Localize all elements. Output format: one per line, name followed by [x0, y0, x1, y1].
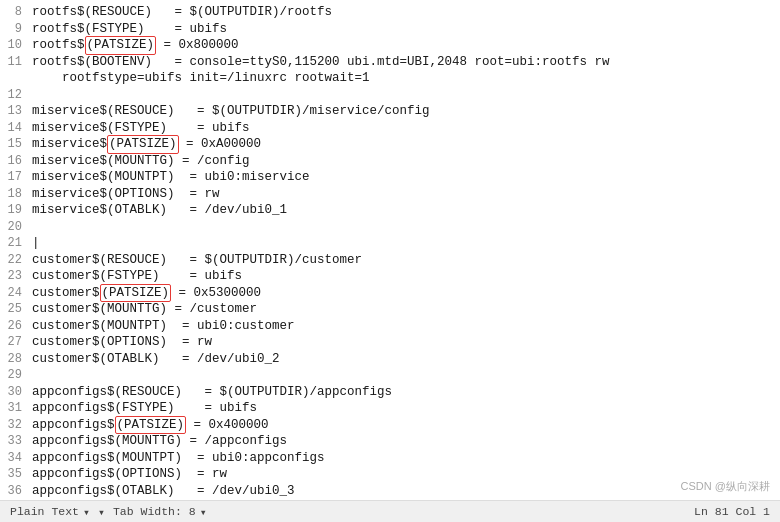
line-number: 27: [4, 334, 22, 351]
code-text: customer$(OTABLK) = /dev/ubi0_2: [32, 351, 280, 368]
code-line: rootfstype=ubifs init=/linuxrc rootwait=…: [32, 70, 776, 87]
code-text: miservice$(RESOUCE) = $(OUTPUTDIR)/miser…: [32, 103, 430, 120]
code-text-after: = 0x5300000: [171, 285, 261, 302]
code-line: |: [32, 235, 776, 252]
code-line: miservice$(OPTIONS) = rw: [32, 186, 776, 203]
code-line: customer$(MOUNTTG) = /customer: [32, 301, 776, 318]
code-text-after: = 0x800000: [156, 37, 239, 54]
line-number: 29: [4, 367, 22, 384]
code-line: [32, 219, 776, 236]
line-number: 22: [4, 252, 22, 269]
code-area: 8910111213141516171819202122232425262728…: [0, 0, 780, 500]
line-number: 20: [4, 219, 22, 236]
code-line: appconfigs$(MOUNTTG) = /appconfigs: [32, 433, 776, 450]
status-right: Ln 81 Col 1: [694, 505, 770, 518]
line-number: 23: [4, 268, 22, 285]
code-line: rootfs$(RESOUCE) = $(OUTPUTDIR)/rootfs: [32, 4, 776, 21]
watermark: CSDN @纵向深耕: [681, 479, 770, 494]
tab-width-label: Tab Width: 8: [113, 505, 196, 518]
line-number: 24: [4, 285, 22, 302]
code-line: appconfigs$(FSTYPE) = ubifs: [32, 400, 776, 417]
plain-text-selector[interactable]: Plain Text ▾: [10, 505, 90, 519]
code-line: miservice$(RESOUCE) = $(OUTPUTDIR)/miser…: [32, 103, 776, 120]
code-line: customer$(OPTIONS) = rw: [32, 334, 776, 351]
line-number: 28: [4, 351, 22, 368]
code-text: appconfigs$(MOUNTPT) = ubi0:appconfigs: [32, 450, 325, 467]
code-line: appconfigs$(RESOUCE) = $(OUTPUTDIR)/appc…: [32, 384, 776, 401]
line-number: 9: [4, 21, 22, 38]
line-number: 8: [4, 4, 22, 21]
code-content[interactable]: rootfs$(RESOUCE) = $(OUTPUTDIR)/rootfsro…: [28, 4, 780, 496]
line-number: 14: [4, 120, 22, 137]
line-number: 10: [4, 37, 22, 54]
code-line: customer$(MOUNTPT) = ubi0:customer: [32, 318, 776, 335]
code-text-before: rootfs$: [32, 37, 85, 54]
line-number: 11: [4, 54, 22, 71]
code-text: appconfigs$(FSTYPE) = ubifs: [32, 400, 257, 417]
code-text: appconfigs$(RESOUCE) = $(OUTPUTDIR)/appc…: [32, 384, 392, 401]
code-line: customer$(OTABLK) = /dev/ubi0_2: [32, 351, 776, 368]
code-text: miservice$(MOUNTPT) = ubi0:miservice: [32, 169, 310, 186]
line-numbers: 8910111213141516171819202122232425262728…: [0, 4, 28, 496]
code-text: rootfs$(FSTYPE) = ubifs: [32, 21, 227, 38]
position-label: Ln 81 Col 1: [694, 505, 770, 518]
line-number: 31: [4, 400, 22, 417]
code-text: miservice$(MOUNTTG) = /config: [32, 153, 250, 170]
code-text: customer$(MOUNTTG) = /customer: [32, 301, 257, 318]
code-text: rootfstype=ubifs init=/linuxrc rootwait=…: [32, 70, 370, 87]
status-bar: Plain Text ▾ ▾ Tab Width: 8 ▾ Ln 81 Col …: [0, 500, 780, 522]
line-number: 35: [4, 466, 22, 483]
code-text-before: miservice$: [32, 136, 107, 153]
status-separator: ▾: [98, 505, 105, 519]
editor-container: 8910111213141516171819202122232425262728…: [0, 0, 780, 522]
highlighted-patsize: (PATSIZE): [85, 36, 157, 55]
highlighted-patsize: (PATSIZE): [115, 416, 187, 435]
code-text: customer$(RESOUCE) = $(OUTPUTDIR)/custom…: [32, 252, 362, 269]
highlighted-patsize: (PATSIZE): [107, 135, 179, 154]
line-number: 30: [4, 384, 22, 401]
line-number: 32: [4, 417, 22, 434]
line-number: 16: [4, 153, 22, 170]
line-number: 15: [4, 136, 22, 153]
status-left: Plain Text ▾ ▾ Tab Width: 8 ▾: [10, 505, 207, 519]
line-number: 19: [4, 202, 22, 219]
line-number: 21: [4, 235, 22, 252]
code-line: rootfs$(BOOTENV) = console=ttyS0,115200 …: [32, 54, 776, 71]
code-line: rootfs$(FSTYPE) = ubifs: [32, 21, 776, 38]
code-line: miservice$(FSTYPE) = ubifs: [32, 120, 776, 137]
code-line: appconfigs$(OPTIONS) = rw: [32, 466, 776, 483]
line-number: 34: [4, 450, 22, 467]
code-text: |: [32, 235, 40, 252]
line-number: 36: [4, 483, 22, 500]
line-number: 12: [4, 87, 22, 104]
code-line: customer$(PATSIZE) = 0x5300000: [32, 285, 776, 302]
code-text: appconfigs$(OPTIONS) = rw: [32, 466, 227, 483]
code-text: miservice$(FSTYPE) = ubifs: [32, 120, 250, 137]
line-number: 26: [4, 318, 22, 335]
code-text-before: appconfigs$: [32, 417, 115, 434]
code-text: customer$(MOUNTPT) = ubi0:customer: [32, 318, 295, 335]
code-text: miservice$(OPTIONS) = rw: [32, 186, 220, 203]
tab-width-selector[interactable]: Tab Width: 8 ▾: [113, 505, 207, 519]
code-line: miservice$(PATSIZE) = 0xA00000: [32, 136, 776, 153]
line-number: 17: [4, 169, 22, 186]
code-line: customer$(FSTYPE) = ubifs: [32, 268, 776, 285]
plain-text-arrow: ▾: [83, 505, 90, 519]
code-text: customer$(FSTYPE) = ubifs: [32, 268, 242, 285]
highlighted-patsize: (PATSIZE): [100, 284, 172, 303]
line-number: [4, 70, 22, 87]
code-text-after: = 0xA00000: [179, 136, 262, 153]
code-line: miservice$(OTABLK) = /dev/ubi0_1: [32, 202, 776, 219]
line-number: 33: [4, 433, 22, 450]
code-text: rootfs$(RESOUCE) = $(OUTPUTDIR)/rootfs: [32, 4, 332, 21]
code-line: [32, 367, 776, 384]
code-text-after: = 0x400000: [186, 417, 269, 434]
tab-width-arrow: ▾: [200, 505, 207, 519]
code-line: appconfigs$(OTABLK) = /dev/ubi0_3: [32, 483, 776, 500]
code-text: appconfigs$(MOUNTTG) = /appconfigs: [32, 433, 287, 450]
code-text: miservice$(OTABLK) = /dev/ubi0_1: [32, 202, 287, 219]
line-number: 13: [4, 103, 22, 120]
code-line: miservice$(MOUNTPT) = ubi0:miservice: [32, 169, 776, 186]
code-line: customer$(RESOUCE) = $(OUTPUTDIR)/custom…: [32, 252, 776, 269]
code-line: appconfigs$(MOUNTPT) = ubi0:appconfigs: [32, 450, 776, 467]
